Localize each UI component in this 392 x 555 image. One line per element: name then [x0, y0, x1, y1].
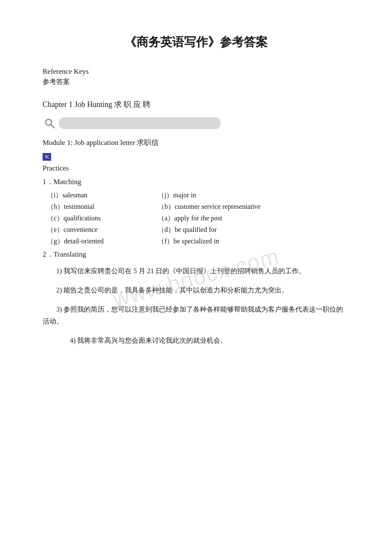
practices-label: Practices [43, 164, 349, 173]
matching-item-left-2: （h）testimonial [47, 202, 132, 211]
search-icon [43, 116, 56, 130]
matching-row: （i）salesman （j）major in [47, 191, 349, 200]
matching-label: 1．Matching [43, 177, 349, 187]
translation-item-4: 4) 我将非常高兴与您会面来讨论我此次的就业机会。 [43, 335, 349, 347]
translation-item-3: 3) 参照我的简历，您可以注意到我已经参加了各种各样能够帮助我成为客户服务代表这… [43, 304, 349, 328]
v-badge: V. [43, 153, 51, 161]
svg-line-1 [51, 125, 55, 128]
matching-item-right-1: （j）major in [158, 191, 243, 200]
matching-row: （c）qualifications （a）apply for the post [47, 214, 349, 223]
matching-row: （h）testimonial （b）customer service repre… [47, 202, 349, 211]
translation-item-2: 2) 能告之贵公司的是，我具备多种技能，其中以创造力和分析能力尤为突出。 [43, 284, 349, 297]
search-bar[interactable] [59, 117, 221, 129]
matching-item-left-3: （c）qualifications [47, 214, 132, 223]
matching-item-right-2: （b）customer service representative [158, 202, 261, 211]
matching-item-right-5: （f）be specialized in [158, 237, 243, 246]
translating-label: 2．Translating [43, 249, 349, 259]
translation-item-1: 1) 我写信来应聘贵公司在 5 月 21 日的《中国日报》上刊登的招聘销售人员的… [43, 265, 349, 278]
module-heading: Module 1: Job application letter 求职信 [43, 138, 349, 147]
matching-item-left-1: （i）salesman [47, 191, 132, 200]
search-bar-area [43, 116, 349, 130]
chapter-heading: Chapter 1 Job Hunting 求 职 应 聘 [43, 99, 349, 110]
matching-item-right-4: （d）be qualified for [158, 225, 243, 234]
matching-row: （e）convenience （d）be qualified for [47, 225, 349, 234]
matching-row: （g）detail-oriented （f）be specialized in [47, 237, 349, 246]
reference-keys-cn: 参考答案 [43, 78, 349, 87]
matching-item-left-4: （e）convenience [47, 225, 132, 234]
matching-item-right-3: （a）apply for the post [158, 214, 243, 223]
reference-keys-en: Reference Keys [43, 67, 349, 76]
matching-grid: （i）salesman （j）major in （h）testimonial （… [47, 191, 349, 246]
matching-item-left-5: （g）detail-oriented [47, 237, 132, 246]
page-title: 《商务英语写作》参考答案 [43, 34, 349, 50]
